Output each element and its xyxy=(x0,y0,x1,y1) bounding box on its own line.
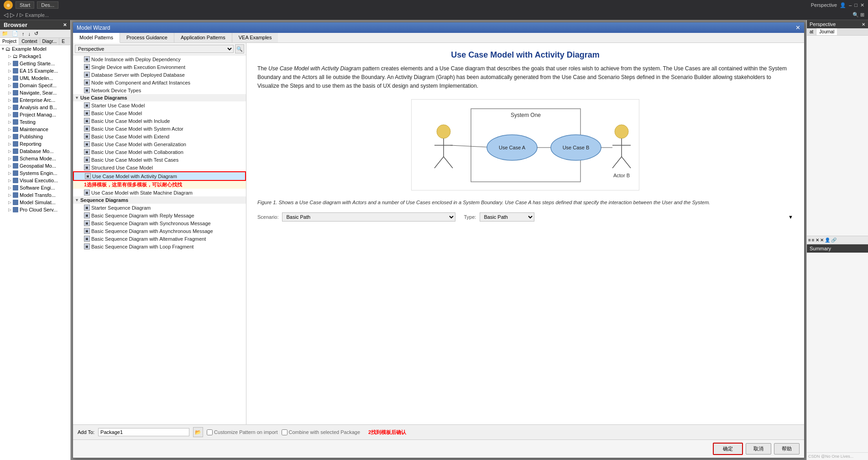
nav-item[interactable]: ▷Testing xyxy=(0,118,70,126)
scroll-arrow-right[interactable]: ▼ xyxy=(788,214,793,220)
tab-e[interactable]: E xyxy=(59,38,67,45)
nav-item[interactable]: ▷Publishing xyxy=(0,133,70,140)
minimize-icon[interactable]: – xyxy=(849,2,852,8)
rp-btn6[interactable]: 🔗 xyxy=(831,238,837,243)
rp-btn3[interactable]: ✕ xyxy=(816,238,819,243)
combine-checkbox-label: Combine with selected Package xyxy=(282,429,361,435)
tab-model-patterns[interactable]: Model Patterns xyxy=(73,33,120,43)
nav-item[interactable]: ▷Software Engi... xyxy=(0,184,70,191)
browser-title: Browser xyxy=(4,21,27,28)
nav-item[interactable]: ▷Pro Cloud Serv... xyxy=(0,206,70,213)
right-panel-toolbar: ≡ ≡ ✕ ✕ 👤 🔗 xyxy=(807,236,868,244)
up-btn[interactable]: ↑ xyxy=(20,30,26,37)
nav-item[interactable]: ▷Reporting xyxy=(0,140,70,148)
maximize-icon[interactable]: □ xyxy=(854,2,858,8)
combine-checkbox[interactable] xyxy=(282,429,288,435)
tree-item-network-device[interactable]: ▣ Network Device Types xyxy=(73,86,246,94)
nav-item[interactable]: ▷Systems Engin... xyxy=(0,169,70,177)
rp-btn5[interactable]: 👤 xyxy=(825,238,830,243)
nav-item[interactable]: ▷Maintenance xyxy=(0,126,70,133)
add-to-input[interactable] xyxy=(98,428,189,436)
cancel-button[interactable]: 取消 xyxy=(746,443,771,455)
browse-button[interactable]: 📂 xyxy=(193,427,203,437)
tab-process-guidance[interactable]: Process Guidance xyxy=(120,33,174,42)
right-tab-journal[interactable]: Journal xyxy=(816,28,837,35)
tree-item-basic-uc-system[interactable]: ▣ Basic Use Case Model with System Actor xyxy=(73,125,246,132)
browser-close[interactable]: ✕ xyxy=(63,22,67,27)
scenario-select[interactable]: Basic Path xyxy=(282,212,455,222)
right-tab-at[interactable]: at xyxy=(807,28,816,35)
tree-item-seq-loop[interactable]: ▣ Basic Sequence Diagram with Loop Fragm… xyxy=(73,243,246,250)
tab-diagr[interactable]: Diagr... xyxy=(40,38,60,45)
nav-item[interactable]: ▷UML Modelin... xyxy=(0,74,70,82)
dialog-title: Model Wizard xyxy=(77,25,110,31)
section-use-case-diagrams[interactable]: ▼ Use Case Diagrams xyxy=(73,94,246,101)
nav-item[interactable]: ▷Domain Specif... xyxy=(0,82,70,89)
nav-item[interactable]: ▷Getting Starte... xyxy=(0,60,70,67)
nav-example-model[interactable]: ▼ 🗂 Example Model xyxy=(0,45,70,53)
tree-item-database-server[interactable]: ▣ Database Server with Deployed Database xyxy=(73,71,246,79)
right-panel-close[interactable]: ✕ xyxy=(862,22,865,27)
design-button[interactable]: Des... xyxy=(37,1,58,9)
search-button[interactable]: 🔍 xyxy=(235,44,244,53)
right-panel-content xyxy=(807,36,868,236)
back-button[interactable]: ◁ xyxy=(4,11,8,18)
tree-item-node-instance[interactable]: ▣ Node Instance with Deploy Dependency xyxy=(73,55,246,63)
tab-context[interactable]: Context xyxy=(19,38,40,45)
nav-item[interactable]: ▷Enterprise Arc... xyxy=(0,96,70,104)
rp-btn1[interactable]: ≡ xyxy=(808,238,811,243)
nav-item[interactable]: ▷Model Simulat... xyxy=(0,199,70,206)
confirm-button[interactable]: 确定 xyxy=(713,443,743,455)
nav-item[interactable]: ▷Navigate, Sear... xyxy=(0,89,70,96)
tree-item-basic-uc-include[interactable]: ▣ Basic Use Case Model with Include xyxy=(73,117,246,125)
tree-item-node-component[interactable]: ▣ Node with Component and Artifact Insta… xyxy=(73,79,246,86)
refresh-btn[interactable]: ↺ xyxy=(32,30,40,37)
tree-item-basic-uc-test[interactable]: ▣ Basic Use Case Model with Test Cases xyxy=(73,156,246,164)
nav-item[interactable]: ▷Geospatial Mo... xyxy=(0,162,70,169)
nav-package1[interactable]: ▷ 🗂 Package1 xyxy=(0,53,70,60)
tree-item-seq-reply[interactable]: ▣ Basic Sequence Diagram with Reply Mess… xyxy=(73,211,246,219)
tree-scroll-area: ▣ Node Instance with Deploy Dependency ▣… xyxy=(73,55,246,424)
tree-item-starter-seq[interactable]: ▣ Starter Sequence Diagram xyxy=(73,204,246,211)
nav-item[interactable]: ▷EA 15 Example... xyxy=(0,67,70,74)
tab-vea-examples[interactable]: VEA Examples xyxy=(232,33,278,42)
start-button[interactable]: Start xyxy=(16,1,34,9)
tree-item-uc-state[interactable]: ▣ Use Case Model with State Machine Diag… xyxy=(73,189,246,196)
forward-button[interactable]: ▷ xyxy=(10,11,15,18)
tab-application-patterns[interactable]: Application Patterns xyxy=(174,33,232,42)
tree-item-seq-sync[interactable]: ▣ Basic Sequence Diagram with Synchronou… xyxy=(73,219,246,227)
down-btn[interactable]: ↓ xyxy=(26,30,33,37)
right-panel: Perspective ✕ at Journal ≡ ≡ ✕ ✕ 👤 🔗 Sum… xyxy=(806,20,868,460)
nav-item[interactable]: ▷Schema Mode... xyxy=(0,155,70,162)
help-button[interactable]: 帮助 xyxy=(774,443,800,455)
tree-item-single-device[interactable]: ▣ Single Device with Execution Environme… xyxy=(73,63,246,71)
rp-btn2[interactable]: ≡ xyxy=(812,238,815,243)
tree-item-starter-uc[interactable]: ▣ Starter Use Case Model xyxy=(73,101,246,109)
breadcrumb-example: Example... xyxy=(25,12,49,18)
path-separator: / xyxy=(16,12,18,18)
nav-item[interactable]: ▷Analysis and B... xyxy=(0,104,70,111)
tree-item-basic-uc[interactable]: ▣ Basic Use Case Model xyxy=(73,109,246,117)
tree-item-basic-uc-collab[interactable]: ▣ Basic Use Case Model with Collaboratio… xyxy=(73,148,246,156)
tab-project[interactable]: Project xyxy=(0,38,19,45)
selected-item-label: Use Case Model with Activity Diagram xyxy=(92,174,177,179)
tree-item-basic-uc-extend[interactable]: ▣ Basic Use Case Model with Extend xyxy=(73,132,246,140)
nav-item[interactable]: ▷Visual Executio... xyxy=(0,177,70,184)
perspective-select[interactable]: Perspective xyxy=(75,45,234,53)
tree-item-uc-activity[interactable]: ▣ Use Case Model with Activity Diagram xyxy=(73,171,246,181)
new-doc-btn[interactable]: 📄 xyxy=(10,30,20,37)
new-folder-btn[interactable]: 📁 xyxy=(0,30,10,37)
tree-item-seq-async[interactable]: ▣ Basic Sequence Diagram with Asynchrono… xyxy=(73,227,246,235)
type-select[interactable]: Basic Path xyxy=(480,212,534,222)
tree-item-seq-alt[interactable]: ▣ Basic Sequence Diagram with Alternativ… xyxy=(73,235,246,243)
tree-item-basic-uc-gen[interactable]: ▣ Basic Use Case Model with Generalizati… xyxy=(73,140,246,148)
rp-btn4[interactable]: ✕ xyxy=(820,238,824,243)
close-icon[interactable]: ✕ xyxy=(860,2,864,8)
nav-item[interactable]: ▷Project Manag... xyxy=(0,111,70,118)
nav-item[interactable]: ▷Database Mo... xyxy=(0,148,70,155)
customize-checkbox[interactable] xyxy=(207,429,213,435)
dialog-close-btn[interactable]: ✕ xyxy=(795,24,800,31)
tree-item-structured-uc[interactable]: ▣ Structured Use Case Model xyxy=(73,164,246,171)
nav-item[interactable]: ▷Model Transfo... xyxy=(0,191,70,199)
section-sequence-diagrams[interactable]: ▼ Sequence Diagrams xyxy=(73,196,246,204)
